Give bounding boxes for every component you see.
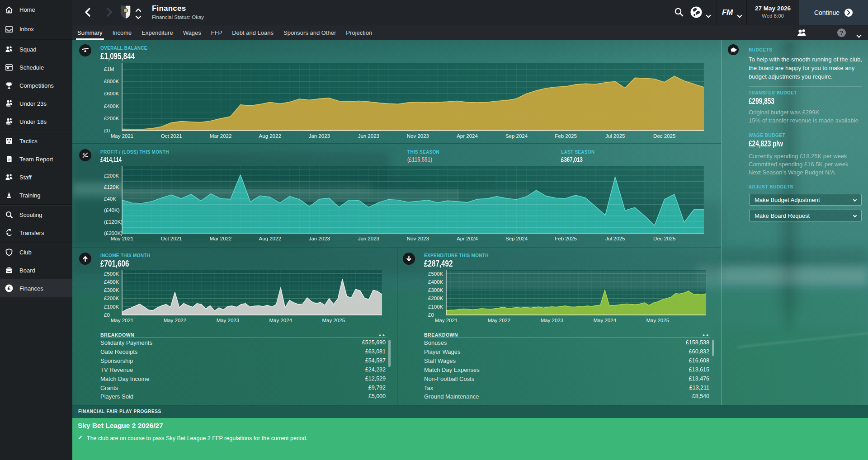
manager-profile-icon[interactable] xyxy=(796,29,807,39)
sidebar-item-club[interactable]: Club xyxy=(0,243,72,261)
sidebar-item-label: Home xyxy=(19,6,35,13)
chart-expenditure: £0£100K£200K£300K£400K£500KMay 2021May 2… xyxy=(417,267,709,326)
continue-arrow-icon xyxy=(844,8,853,17)
svg-text:Dec 2025: Dec 2025 xyxy=(653,236,675,241)
globe-dropdown-icon[interactable] xyxy=(707,11,710,19)
income-row-value: £63,081 xyxy=(313,348,386,355)
sidebar: HomeInboxSquadScheduleCompetitionsU23Und… xyxy=(0,0,72,460)
income-row-label[interactable]: Grants xyxy=(100,385,118,391)
tab-ffp[interactable]: FFP xyxy=(206,25,227,40)
svg-text:Dec 2025: Dec 2025 xyxy=(653,133,675,139)
fm-dropdown-icon[interactable] xyxy=(738,11,741,19)
ffp-check-icon: ✓ xyxy=(78,434,83,441)
help-icon[interactable]: ? xyxy=(837,28,846,37)
expenditure-row-label[interactable]: Tax xyxy=(424,385,433,391)
sidebar-item-inbox[interactable]: Inbox xyxy=(0,19,72,39)
svg-text:May 2025: May 2025 xyxy=(322,318,345,323)
svg-text:(£40K): (£40K) xyxy=(104,207,120,213)
income-breakdown-label: BREAKDOWN xyxy=(100,332,134,338)
svg-text:£1M: £1M xyxy=(104,66,114,72)
svg-text:Feb 2025: Feb 2025 xyxy=(555,236,577,241)
tab-projection[interactable]: Projection xyxy=(341,25,377,40)
income-row-label[interactable]: Sponsorship xyxy=(100,357,133,364)
make-budget-adjustment-dropdown[interactable]: Make Budget Adjustment xyxy=(749,194,862,206)
expenditure-row-label[interactable]: Staff Wages xyxy=(424,357,456,364)
svg-text:Oct 2021: Oct 2021 xyxy=(161,236,182,241)
expenditure-row-value: £60,832 xyxy=(637,348,709,355)
expenditure-scrollbar[interactable] xyxy=(712,340,714,356)
sidebar-item-schedule[interactable]: Schedule xyxy=(0,58,72,76)
sidebar-item-transfers[interactable]: Transfers xyxy=(0,224,72,242)
finances-icon: £ xyxy=(5,284,14,293)
forward-button[interactable] xyxy=(103,6,115,18)
expenditure-sort-icon[interactable]: ▲▲ xyxy=(702,333,709,336)
expenditure-row-label[interactable]: Non-Football Costs xyxy=(424,376,474,382)
svg-text:May 2022: May 2022 xyxy=(488,318,511,323)
expenditure-row-label[interactable]: Ground Maintenance xyxy=(424,393,479,400)
svg-text:£500K: £500K xyxy=(428,271,443,277)
income-row-label[interactable]: Match Day Income xyxy=(100,376,149,382)
sidebar-item-board[interactable]: Board xyxy=(0,261,72,279)
club-crest[interactable] xyxy=(120,5,132,22)
continue-button[interactable]: Continue xyxy=(799,0,868,25)
game-date: 27 May 2026 xyxy=(746,5,799,12)
team-switch-up-icon[interactable] xyxy=(135,6,142,14)
training-icon xyxy=(5,191,14,200)
page-subtitle: Financial Status: Okay xyxy=(152,14,204,20)
svg-text:£200K: £200K xyxy=(104,173,119,178)
sidebar-item-label: Tactics xyxy=(19,138,38,145)
schedule-icon xyxy=(5,63,14,72)
sidebar-item-tactics[interactable]: Tactics xyxy=(0,132,72,150)
income-sort-icon[interactable]: ▲▲ xyxy=(378,333,386,336)
sidebar-item-scouting[interactable]: Scouting xyxy=(0,206,72,224)
income-row-value: £24,232 xyxy=(313,366,386,373)
sidebar-item-training[interactable]: Training xyxy=(0,186,72,204)
transfer-budget-note1: Original budget was £299K xyxy=(749,109,819,116)
expenditure-row-label[interactable]: Match Day Expenses xyxy=(424,366,480,373)
income-row-label[interactable]: Solidarity Payments xyxy=(100,339,152,346)
tab-sponsors-and-other[interactable]: Sponsors and Other xyxy=(278,25,341,40)
expenditure-row-value: £16,608 xyxy=(637,357,709,364)
income-scrollbar[interactable] xyxy=(388,340,391,367)
expenditure-row-label[interactable]: Bonuses xyxy=(424,339,447,346)
svg-text:Oct 2021: Oct 2021 xyxy=(161,133,182,139)
wage-budget-label: WAGE BUDGET xyxy=(749,133,785,138)
tab-wages[interactable]: Wages xyxy=(178,25,206,40)
sidebar-item-competitions[interactable]: Competitions xyxy=(0,76,72,94)
svg-text:(£200K): (£200K) xyxy=(104,230,123,236)
transfers-icon xyxy=(5,228,14,237)
income-row-value: £5,000 xyxy=(313,393,386,399)
globe-icon[interactable] xyxy=(690,6,703,20)
tab-summary[interactable]: Summary xyxy=(72,25,108,40)
income-row-label[interactable]: TV Revenue xyxy=(100,366,133,373)
sidebar-item-finances[interactable]: £Finances xyxy=(0,279,72,297)
income-row-value: £54,587 xyxy=(313,357,386,364)
tab-income[interactable]: Income xyxy=(108,25,137,40)
svg-text:£800K: £800K xyxy=(104,79,119,84)
svg-text:Jul 2025: Jul 2025 xyxy=(605,133,625,139)
svg-text:Jul 2025: Jul 2025 xyxy=(605,236,625,241)
fm-logo[interactable]: FM xyxy=(722,8,733,17)
search-icon[interactable] xyxy=(674,7,684,19)
sidebar-item-under-18s[interactable]: U18Under 18s xyxy=(0,113,72,131)
income-row-label[interactable]: Gate Receipts xyxy=(100,348,137,355)
squad-icon xyxy=(5,45,14,54)
sidebar-item-under-23s[interactable]: U23Under 23s xyxy=(0,94,72,113)
expenditure-row-label[interactable]: Player Wages xyxy=(424,348,460,355)
back-button[interactable] xyxy=(82,6,94,18)
tab-debt-and-loans[interactable]: Debt and Loans xyxy=(227,25,278,40)
team-switch-down-icon[interactable] xyxy=(135,14,142,22)
sidebar-item-team-report[interactable]: Team Report xyxy=(0,150,72,168)
income-row-label[interactable]: Players Sold xyxy=(100,393,133,400)
sidebar-item-staff[interactable]: Staff xyxy=(0,168,72,186)
tab-expenditure[interactable]: Expenditure xyxy=(137,25,178,40)
svg-text:£400K: £400K xyxy=(428,279,443,285)
svg-text:£200K: £200K xyxy=(428,296,443,301)
sidebar-item-squad[interactable]: Squad xyxy=(0,40,72,58)
transfer-budget-label: TRANSFER BUDGET xyxy=(749,90,797,95)
svg-text:Sep 2024: Sep 2024 xyxy=(505,133,528,139)
sidebar-item-home[interactable]: Home xyxy=(0,0,72,19)
svg-text:May 2021: May 2021 xyxy=(111,236,134,241)
make-board-request-dropdown[interactable]: Make Board Request xyxy=(749,210,862,221)
collapse-panel-icon[interactable] xyxy=(857,31,861,39)
